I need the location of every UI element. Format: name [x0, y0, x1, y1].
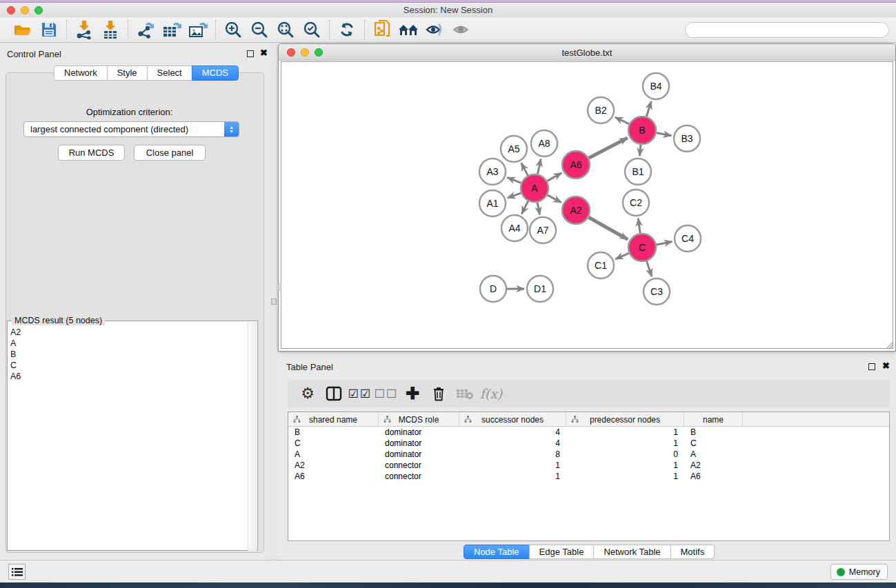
- table-cell[interactable]: A6: [288, 471, 379, 482]
- zoom-fit-button[interactable]: [272, 19, 299, 40]
- table-cell[interactable]: connector: [379, 460, 459, 471]
- table-row[interactable]: Bdominator41B: [288, 427, 889, 438]
- zoom-out-button[interactable]: [246, 19, 272, 40]
- close-panel-button[interactable]: Close panel: [134, 145, 206, 161]
- result-item[interactable]: B: [10, 349, 21, 360]
- table-settings-button[interactable]: ⚙: [295, 383, 321, 404]
- tab-edge-table[interactable]: Edge Table: [529, 545, 595, 559]
- select-all-checkboxes-button[interactable]: ☑☑: [347, 383, 373, 404]
- import-table-button[interactable]: [97, 19, 123, 40]
- open-folder-button[interactable]: [10, 19, 36, 40]
- refresh-button[interactable]: [334, 19, 360, 40]
- table-cell[interactable]: 8: [459, 449, 566, 460]
- column-header-name[interactable]: name: [684, 412, 743, 427]
- table-panel-close-icon[interactable]: ✖: [882, 361, 890, 371]
- table-row[interactable]: Adominator80A: [288, 449, 889, 460]
- resize-grip-icon[interactable]: [883, 338, 894, 349]
- table-cell[interactable]: 4: [459, 427, 566, 438]
- search-input[interactable]: [685, 22, 889, 38]
- graph-edge[interactable]: [639, 145, 641, 156]
- control-panel-float-icon[interactable]: [247, 50, 254, 57]
- graph-edge[interactable]: [508, 193, 521, 198]
- table-cell[interactable]: 1: [566, 460, 684, 471]
- import-network-button[interactable]: [71, 19, 97, 40]
- control-panel-close-icon[interactable]: ✖: [260, 48, 268, 58]
- delete-column-button[interactable]: [426, 383, 452, 404]
- show-all-button[interactable]: [448, 19, 474, 40]
- table-cell[interactable]: dominator: [379, 427, 459, 438]
- table-row[interactable]: Cdominator41C: [288, 438, 889, 449]
- deselect-all-checkboxes-button[interactable]: ☐☐: [373, 383, 399, 404]
- graph-edge[interactable]: [589, 138, 628, 158]
- clone-network-button[interactable]: [369, 19, 395, 40]
- graph-edge[interactable]: [507, 177, 521, 183]
- table-panel-float-icon[interactable]: [868, 363, 875, 370]
- graph-edge[interactable]: [647, 261, 652, 276]
- column-header-predecessor-nodes[interactable]: predecessor nodes: [566, 412, 684, 427]
- result-item[interactable]: A: [10, 338, 21, 349]
- table-cell[interactable]: dominator: [379, 438, 459, 449]
- graph-edge[interactable]: [646, 101, 651, 116]
- table-cell[interactable]: C: [288, 438, 379, 449]
- graph-edge[interactable]: [537, 159, 541, 174]
- column-header-shared-name[interactable]: shared name: [288, 412, 379, 427]
- export-table-button[interactable]: [159, 19, 185, 40]
- graph-edge[interactable]: [521, 201, 528, 214]
- table-cell[interactable]: dominator: [379, 449, 459, 460]
- result-scrollbar[interactable]: [248, 322, 257, 551]
- graph-edge[interactable]: [657, 241, 673, 244]
- table-cell[interactable]: 0: [566, 449, 684, 460]
- network-graph[interactable]: AA1A2A3A4A5A6A7A8BB1B2B3B4CC1C2C3C4DD1: [281, 62, 893, 348]
- first-neighbors-button[interactable]: [395, 19, 421, 40]
- save-session-button[interactable]: [36, 19, 62, 40]
- result-item[interactable]: C: [10, 360, 21, 371]
- delete-table-button[interactable]: [452, 383, 478, 404]
- zoom-selected-button[interactable]: [299, 19, 325, 40]
- graph-edge[interactable]: [615, 117, 629, 124]
- network-window-titlebar[interactable]: testGlobe.txt: [279, 44, 895, 61]
- tab-motifs[interactable]: Motifs: [670, 545, 715, 559]
- run-mcds-button[interactable]: Run MCDS: [58, 145, 125, 161]
- graph-edge[interactable]: [548, 195, 561, 203]
- criterion-dropdown[interactable]: largest connected component (directed) ▲…: [23, 121, 239, 137]
- export-network-button[interactable]: [132, 19, 159, 40]
- tab-mcds[interactable]: MCDS: [192, 65, 239, 81]
- table-cell[interactable]: B: [684, 427, 743, 438]
- result-item[interactable]: A2: [10, 327, 21, 338]
- table-row[interactable]: A2connector11A2: [288, 460, 889, 471]
- graph-edge[interactable]: [638, 219, 640, 233]
- table-cell[interactable]: C: [684, 438, 743, 449]
- table-cell[interactable]: A2: [288, 460, 379, 471]
- result-item[interactable]: A6: [10, 371, 21, 382]
- show-panels-button[interactable]: [8, 564, 26, 580]
- graph-edge[interactable]: [615, 253, 629, 259]
- network-canvas[interactable]: AA1A2A3A4A5A6A7A8BB1B2B3B4CC1C2C3C4DD1: [281, 61, 893, 349]
- tab-node-table[interactable]: Node Table: [464, 545, 530, 559]
- graph-edge[interactable]: [547, 173, 561, 181]
- graph-edge[interactable]: [657, 133, 672, 136]
- function-builder-button[interactable]: f(x): [478, 383, 504, 404]
- table-cell[interactable]: 1: [566, 471, 684, 482]
- table-cell[interactable]: B: [288, 427, 379, 438]
- tab-network-table[interactable]: Network Table: [593, 545, 670, 559]
- mcds-result-list[interactable]: A2ABCA6: [10, 327, 21, 382]
- tab-network[interactable]: Network: [54, 65, 108, 81]
- canvas-left-handle[interactable]: [278, 283, 281, 290]
- table-cell[interactable]: 1: [459, 471, 566, 482]
- tab-select[interactable]: Select: [147, 65, 192, 81]
- hide-selected-button[interactable]: [421, 19, 448, 40]
- export-image-button[interactable]: [185, 19, 211, 40]
- table-cell[interactable]: 4: [459, 438, 566, 449]
- table-cell[interactable]: A: [684, 449, 743, 460]
- column-header-mcds-role[interactable]: MCDS role: [379, 412, 459, 427]
- table-row[interactable]: A6connector11A6: [288, 471, 889, 482]
- divider-grip-icon[interactable]: [271, 298, 277, 305]
- column-view-button[interactable]: [321, 383, 347, 404]
- table-cell[interactable]: A2: [684, 460, 743, 471]
- graph-edge[interactable]: [588, 217, 628, 239]
- tab-style[interactable]: Style: [107, 65, 148, 81]
- table-cell[interactable]: A: [288, 449, 379, 460]
- panel-divider[interactable]: [270, 43, 278, 560]
- graph-edge[interactable]: [521, 163, 528, 175]
- table-cell[interactable]: 1: [566, 427, 684, 438]
